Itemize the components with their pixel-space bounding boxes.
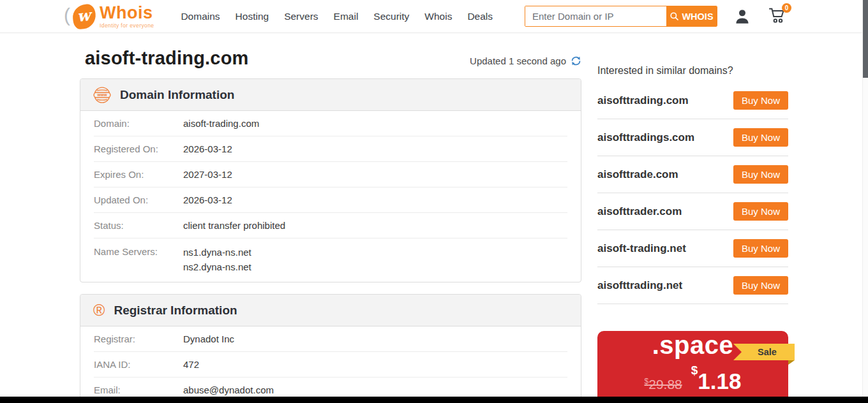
logo-swoosh: ( [64,4,70,26]
updated-status: Updated 1 second ago [470,55,566,66]
similar-domain-name: aisofttradings.com [597,131,694,144]
similar-domain-name: aisofttrader.com [597,205,682,218]
nav-item-whois[interactable]: Whois [417,7,460,26]
scrollbar-thumb[interactable] [863,0,868,78]
domain-search-input[interactable] [525,6,666,26]
navbar: ( w Whois Identity for everyone Domains … [0,0,868,33]
sale-ribbon: Sale [733,344,795,360]
nav-item-security[interactable]: Security [366,7,417,26]
promo-old-price: $29.88 [645,377,682,392]
buy-now-button[interactable]: Buy Now [733,91,788,110]
brand-tagline: Identity for everyone [100,23,154,29]
registrar-information-header: ® Registrar Information [80,295,581,326]
buy-now-button[interactable]: Buy Now [733,165,788,184]
refresh-icon[interactable] [571,55,581,66]
similar-domain-row: aisoft-trading.net Buy Now [597,230,788,267]
registered-on-row: Registered On: 2026-03-12 [94,136,567,162]
whois-search-button[interactable]: WHOIS [666,6,717,26]
nav-item-email[interactable]: Email [326,7,366,26]
registered-trademark-icon: ® [93,302,105,318]
buy-now-button[interactable]: Buy Now [733,239,788,258]
similar-domain-name: aisofttrading.net [597,279,682,292]
registrar-information-title: Registrar Information [114,304,237,318]
nav-item-hosting[interactable]: Hosting [228,7,277,26]
registrar-row: Registrar: Dynadot Inc [94,326,567,352]
page-title: aisoft-trading.com [85,48,249,69]
name-server-1: ns1.dyna-ns.net [183,245,251,260]
whois-logo-icon: w [71,3,97,30]
similar-domains-heading: Interested in similar domains? [597,65,788,77]
whois-logo[interactable]: ( w Whois Identity for everyone [64,4,154,29]
svg-text:www: www [96,92,107,97]
similar-domain-row: aisofttrading.net Buy Now [597,267,788,304]
similar-domain-name: aisofttrade.com [597,168,678,181]
updated-on-row: Updated On: 2026-03-12 [94,187,567,213]
nav-item-deals[interactable]: Deals [460,7,500,26]
expires-on-row: Expires On: 2027-03-12 [94,162,567,187]
similar-domain-row: aisofttrade.com Buy Now [597,156,788,193]
domain-information-header: www Domain Information [80,79,581,111]
cart-count-badge: 0 [782,3,791,13]
domain-information-title: Domain Information [120,88,234,102]
search-icon [670,11,679,21]
cart-icon[interactable]: 0 [768,7,786,26]
sale-ribbon-fold [788,360,795,365]
page-scrollbar[interactable] [862,0,868,403]
domain-information-panel: www Domain Information Domain: aisoft-tr… [80,78,581,282]
similar-domain-row: aisofttrader.com Buy Now [597,193,788,230]
nav-item-servers[interactable]: Servers [276,7,326,26]
buy-now-button[interactable]: Buy Now [733,276,788,295]
www-globe-icon: www [93,86,111,104]
space-promo-card[interactable]: Sale .space $29.88 $1.18 [597,331,788,403]
similar-domain-name: aisofttrading.com [597,94,689,107]
similar-domain-row: aisofttrading.com Buy Now [597,82,788,119]
promo-new-price: $1.18 [691,369,742,394]
iana-id-row: IANA ID: 472 [94,352,567,377]
domain-row: Domain: aisoft-trading.com [94,111,567,136]
user-icon[interactable] [734,8,751,25]
similar-domains-sidebar: Interested in similar domains? aisofttra… [597,48,788,403]
brand-name: Whois [100,4,154,22]
similar-domain-name: aisoft-trading.net [597,242,686,255]
status-row: Status: client transfer prohibited [94,213,567,238]
name-server-2: ns2.dyna-ns.net [183,260,251,274]
buy-now-button[interactable]: Buy Now [733,128,788,147]
main-nav: Domains Hosting Servers Email Security W… [173,7,500,26]
registrar-information-panel: ® Registrar Information Registrar: Dynad… [80,294,581,403]
name-servers-row: Name Servers: ns1.dyna-ns.net ns2.dyna-n… [94,238,567,282]
buy-now-button[interactable]: Buy Now [733,202,788,221]
whois-search-button-label: WHOIS [682,11,713,22]
bottom-edge-bar [0,397,868,403]
similar-domain-row: aisofttradings.com Buy Now [597,119,788,156]
whois-search: WHOIS [525,6,717,27]
nav-item-domains[interactable]: Domains [173,7,227,26]
